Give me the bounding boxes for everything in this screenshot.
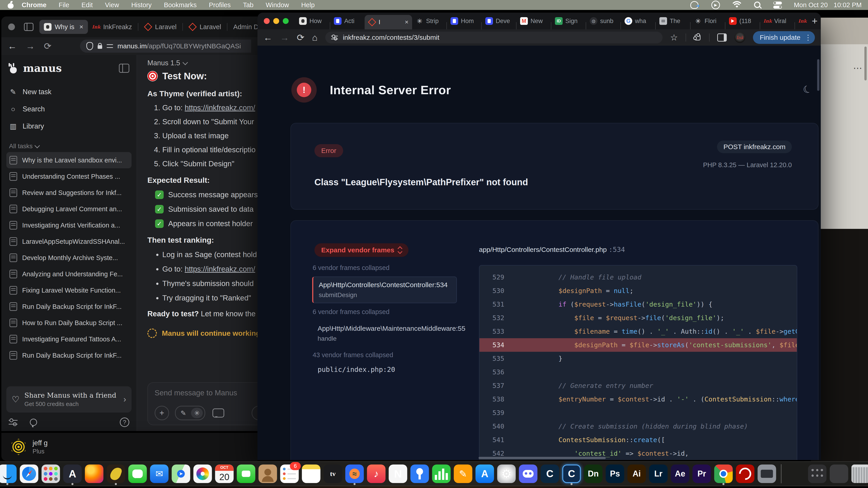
browser-tab-2[interactable]: Acti — [330, 13, 365, 29]
browser-tab-10[interactable]: Gwha — [621, 13, 655, 29]
dock-item-discord[interactable] — [518, 463, 538, 485]
dock-item-ai[interactable]: Ai — [627, 463, 647, 485]
task-item-10[interactable]: Run Daily Backup Script for InkF... — [6, 298, 131, 315]
dock-item-waveform[interactable]: ≈ — [345, 463, 365, 485]
all-tasks-dropdown[interactable]: All tasks — [6, 142, 131, 150]
chat-bubble-icon[interactable] — [213, 409, 224, 418]
dock-item-tv[interactable]: tv — [323, 463, 343, 485]
ranking-link[interactable]: https://inkfreakz.com/ — [185, 265, 255, 273]
back-button[interactable]: ← — [8, 41, 17, 51]
frame-file[interactable]: public/index.php:20 — [291, 365, 469, 373]
forward-button[interactable]: → — [26, 41, 35, 51]
site-settings-icon[interactable] — [331, 35, 338, 40]
dock-item-window[interactable] — [829, 463, 849, 485]
task-item-2[interactable]: Understanding Contest Phases ... — [6, 168, 131, 185]
task-item-6[interactable]: LaravelAppSetupWizardSSHAnal... — [6, 233, 131, 250]
dock-item-codec[interactable]: C — [540, 463, 560, 485]
dock-item-capcut[interactable]: C — [562, 463, 582, 485]
zoom-window-button[interactable] — [283, 18, 289, 24]
mode-toggle[interactable]: ✎ ✳ — [175, 406, 205, 420]
lock-icon[interactable] — [98, 45, 102, 49]
close-window-button[interactable] — [264, 18, 270, 24]
vertical-scrollbar[interactable] — [817, 59, 819, 91]
browser-tab-7[interactable]: MNew — [517, 13, 551, 29]
task-item-4[interactable]: Debugging Laravel Comment an... — [6, 201, 131, 217]
expand-vendor-frames-button[interactable]: Expand vendor frames — [314, 243, 408, 257]
browser-tab-9[interactable]: ◍sunb — [586, 13, 620, 29]
menu-item-tab[interactable]: Tab — [237, 1, 260, 9]
horizontal-scrollbar[interactable] — [478, 457, 606, 459]
dock-item-trash[interactable] — [851, 463, 868, 485]
menu-item-view[interactable]: View — [99, 1, 125, 9]
play-icon[interactable]: ▶ — [711, 0, 720, 9]
window-control-inactive[interactable] — [8, 24, 15, 30]
menu-item-window[interactable]: Window — [259, 1, 295, 9]
close-tab-icon[interactable]: × — [405, 19, 408, 26]
spotlight-icon[interactable] — [754, 1, 761, 9]
dock-item-ae[interactable]: Ae — [670, 463, 690, 485]
dock-item-lr[interactable]: Lr — [649, 463, 669, 485]
browser-tab-15[interactable]: InkViral — [795, 13, 808, 29]
dock-item-safari[interactable] — [19, 463, 39, 485]
browser-tab-4[interactable]: ✳Strip — [412, 13, 446, 29]
stack-frame-4[interactable]: App\Http\Middleware\MaintenanceMiddlewar… — [291, 321, 469, 346]
dock-item-appA[interactable]: A — [63, 463, 83, 485]
tab-search-icon[interactable] — [24, 23, 33, 31]
sidebar-item-new-task[interactable]: ✎New task — [6, 84, 131, 101]
menu-item-edit[interactable]: Edit — [75, 1, 99, 9]
chat-mode-icon[interactable]: ✳ — [191, 408, 203, 418]
step-link[interactable]: https://inkfreakz.com/ — [185, 103, 255, 112]
dock-item-launchpad[interactable] — [41, 463, 61, 485]
help-icon[interactable]: ? — [120, 418, 129, 427]
menu-item-bookmarks[interactable]: Bookmarks — [158, 1, 203, 9]
new-tab-button[interactable]: + — [812, 15, 817, 27]
menu-item-history[interactable]: History — [125, 1, 158, 9]
agent-mode-icon[interactable]: ✎ — [178, 408, 189, 418]
settings-sliders-icon[interactable] — [8, 419, 18, 426]
manus-address-bar[interactable]: manus.im/app/fUq70LBYWrytNBGaQASi — [80, 39, 251, 53]
browser-tab-3[interactable]: I× — [365, 15, 412, 29]
side-panel-icon[interactable] — [717, 33, 727, 41]
back-button[interactable]: ← — [264, 33, 272, 43]
sync-status-icon[interactable]: ➜ — [690, 1, 700, 9]
dock-item-firefox[interactable] — [84, 463, 104, 485]
address-bar[interactable]: inkfreakz.com/contests/3/submit — [325, 32, 662, 43]
dock-item-display[interactable] — [757, 463, 777, 485]
task-item-12[interactable]: Investigating Featured Tattoos A... — [6, 331, 131, 347]
task-item-1[interactable]: Why is the Laravel sandbox envi... — [6, 152, 131, 168]
bookmark-star-icon[interactable]: ☆ — [670, 33, 678, 42]
forward-button[interactable]: → — [280, 33, 289, 43]
manus-tab-1[interactable]: Why is× — [39, 20, 88, 34]
model-selector[interactable]: Manus 1.5 — [147, 59, 257, 67]
manus-tab-2[interactable]: InkInkFreakz — [88, 20, 136, 34]
dock-item-music[interactable]: ♪ — [366, 463, 386, 485]
profile-avatar[interactable] — [735, 32, 745, 43]
apple-menu-icon[interactable] — [8, 1, 13, 8]
dock-item-pr[interactable]: Pr — [692, 463, 712, 485]
message-input[interactable]: Send message to Manus + ✎ ✳ ⌇ — [147, 382, 257, 425]
task-item-7[interactable]: Develop Monthly Archive Syste... — [6, 250, 131, 266]
dock-item-butterfly[interactable] — [106, 463, 126, 485]
tips-icon[interactable] — [30, 419, 37, 426]
dock-item-acrobat[interactable] — [735, 463, 755, 485]
menu-item-help[interactable]: Help — [295, 1, 321, 9]
task-item-9[interactable]: Fixing Laravel Website Function... — [6, 282, 131, 298]
shield-icon[interactable] — [86, 42, 93, 50]
sidebar-collapse-icon[interactable] — [119, 64, 129, 73]
extensions-icon[interactable] — [694, 34, 702, 41]
browser-tab-5[interactable]: Hom — [447, 13, 481, 29]
manus-tab-5[interactable]: Admin Dashb — [229, 20, 257, 34]
reload-button[interactable]: ⟳ — [297, 32, 305, 43]
dock-item-settings[interactable]: ⚙ — [497, 463, 517, 485]
browser-tab-13[interactable]: (118 — [725, 13, 760, 29]
menu-clock[interactable]: Mon Oct 2010:02 PM — [794, 1, 862, 9]
control-center-icon[interactable] — [773, 0, 782, 9]
share-manus-card[interactable]: ♡ Share Manus with a friend Get 500 cred… — [6, 386, 131, 413]
task-item-13[interactable]: Run Daily Backup Script for InkF... — [6, 347, 131, 363]
dock-item-notes[interactable] — [301, 463, 321, 485]
dock-item-numbers[interactable] — [432, 463, 452, 485]
dock-item-facetime[interactable] — [236, 463, 256, 485]
dock-item-ps[interactable]: Ps — [605, 463, 625, 485]
task-item-8[interactable]: Analyzing and Understanding Fe... — [6, 266, 131, 282]
dock-item-maps[interactable]: ➤ — [171, 463, 191, 485]
